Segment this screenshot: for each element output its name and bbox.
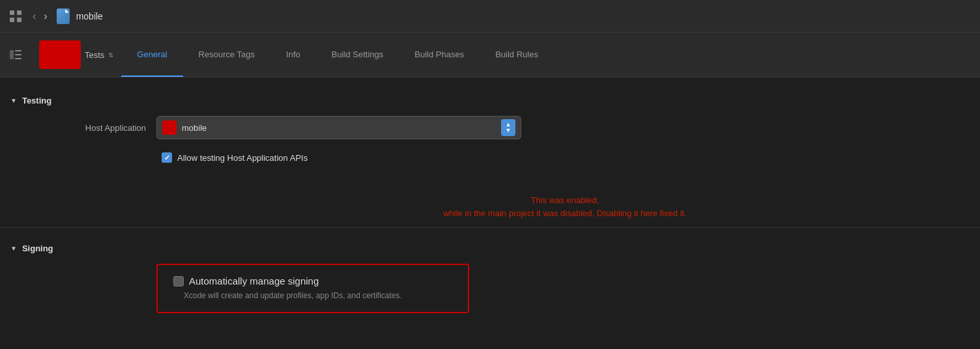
host-application-control: mobile ▲ ▼ xyxy=(156,116,521,139)
tab-resource-tags[interactable]: Resource Tags xyxy=(183,33,270,77)
tabbar: Tests ⇅ General Resource Tags Info Build… xyxy=(0,33,980,77)
testing-section-header[interactable]: ▼ Testing xyxy=(0,91,980,111)
svg-rect-3 xyxy=(17,18,22,22)
testing-triangle-icon: ▼ xyxy=(10,97,17,104)
annotation-line1: This was enabled, xyxy=(150,194,980,207)
tab-build-rules[interactable]: Build Rules xyxy=(480,33,554,77)
back-button[interactable]: ‹ xyxy=(30,9,38,23)
project-name: mobile xyxy=(76,11,103,21)
host-application-label: Host Application xyxy=(26,123,156,133)
signing-description-text: Xcode will create and update profiles, a… xyxy=(184,290,457,301)
signing-control: Automatically manage signing Xcode will … xyxy=(156,264,521,313)
testing-section: ▼ Testing Host Application mobile ▲ ▼ xyxy=(0,91,980,181)
auto-manage-checkbox[interactable] xyxy=(173,276,184,286)
main-content-area: ▼ Testing Host Application mobile ▲ ▼ xyxy=(0,77,980,349)
dropdown-stepper-icon[interactable]: ▲ ▼ xyxy=(501,119,515,136)
host-application-row: Host Application mobile ▲ ▼ xyxy=(26,116,954,139)
tab-general[interactable]: General xyxy=(121,33,182,77)
grid-icon[interactable] xyxy=(8,8,23,24)
forward-button[interactable]: › xyxy=(41,9,50,23)
main-layout: ▼ Testing Host Application mobile ▲ ▼ xyxy=(0,77,980,349)
svg-rect-2 xyxy=(10,18,14,22)
tab-info[interactable]: Info xyxy=(270,33,316,77)
host-application-dropdown[interactable]: mobile ▲ ▼ xyxy=(156,116,521,139)
svg-rect-6 xyxy=(15,54,22,55)
target-selector[interactable]: Tests ⇅ xyxy=(31,33,121,77)
section-divider xyxy=(0,227,980,228)
allow-testing-row: Allow testing Host Application APIs xyxy=(26,147,954,168)
signing-form-area: Automatically manage signing Xcode will … xyxy=(0,258,980,326)
annotation-line2: while in the main project it was disable… xyxy=(150,207,980,220)
svg-rect-1 xyxy=(17,10,22,15)
svg-rect-0 xyxy=(10,10,14,15)
target-name-label: Tests xyxy=(85,50,104,60)
tab-list: General Resource Tags Info Build Setting… xyxy=(121,33,975,77)
signing-auto-row: Automatically manage signing Xcode will … xyxy=(26,264,954,313)
tab-build-settings[interactable]: Build Settings xyxy=(316,33,399,77)
project-file-icon xyxy=(57,8,70,24)
allow-testing-checkbox[interactable] xyxy=(162,152,172,163)
auto-manage-label: Automatically manage signing xyxy=(189,275,319,286)
target-chevron-icon: ⇅ xyxy=(108,51,113,59)
testing-form-area: Host Application mobile ▲ ▼ xyxy=(0,111,980,181)
dropdown-down-arrow: ▼ xyxy=(506,128,512,133)
nav-arrows: ‹ › xyxy=(30,9,50,23)
allow-testing-checkbox-row: Allow testing Host Application APIs xyxy=(156,152,521,163)
testing-section-title: Testing xyxy=(22,96,51,105)
signing-section-title: Signing xyxy=(22,244,53,253)
signing-section: ▼ Signing Automatically manage signing X… xyxy=(0,238,980,326)
target-red-badge xyxy=(39,40,81,69)
tab-build-phases[interactable]: Build Phases xyxy=(399,33,480,77)
host-app-icon xyxy=(162,120,177,135)
auto-manage-checkbox-row: Automatically manage signing xyxy=(168,275,457,286)
sidebar-toggle-button[interactable] xyxy=(5,33,26,77)
host-application-value: mobile xyxy=(182,123,496,133)
signing-highlight-box: Automatically manage signing Xcode will … xyxy=(156,264,469,313)
allow-testing-control: Allow testing Host Application APIs xyxy=(156,152,521,163)
allow-testing-checkbox-label: Allow testing Host Application APIs xyxy=(177,153,308,163)
titlebar: ‹ › mobile xyxy=(0,0,980,33)
svg-rect-7 xyxy=(15,58,22,59)
signing-section-header[interactable]: ▼ Signing xyxy=(0,238,980,258)
annotation-area: This was enabled, while in the main proj… xyxy=(150,194,980,219)
signing-triangle-icon: ▼ xyxy=(10,245,17,252)
svg-rect-4 xyxy=(10,50,14,59)
svg-rect-5 xyxy=(15,50,22,51)
